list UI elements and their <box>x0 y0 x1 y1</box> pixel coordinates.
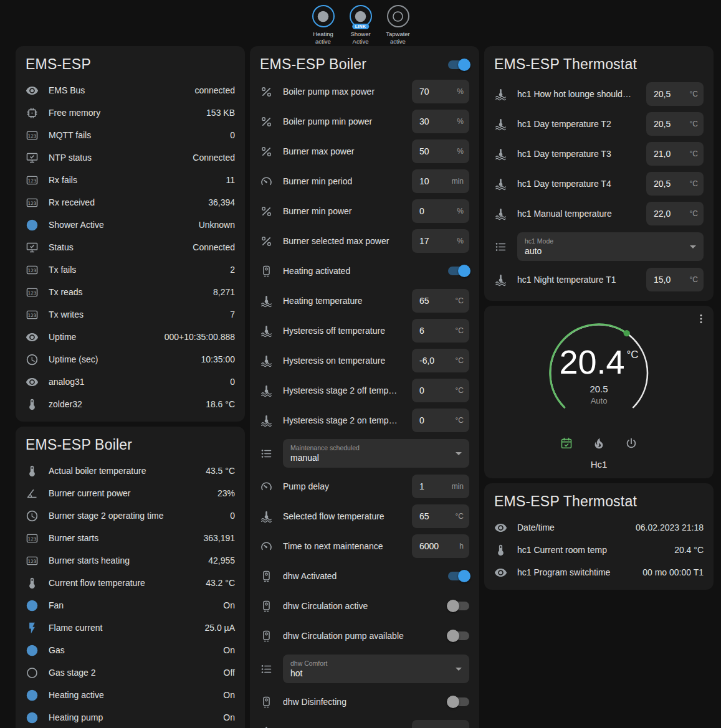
number-input[interactable]: 20,5 °C <box>646 172 704 196</box>
entity-row[interactable]: dhw Circulation active <box>250 591 479 621</box>
entity-row[interactable]: 123 Burner starts 363,191 <box>16 527 245 549</box>
entity-row[interactable]: hc1 Program switchtime 00 mo 00:00 T1 <box>484 561 714 584</box>
dial-button[interactable] <box>623 435 639 453</box>
entity-row[interactable]: Hysteresis stage 2 off temp… 0 °C <box>250 376 479 405</box>
number-input[interactable]: 17 % <box>412 229 469 253</box>
status-badge[interactable]: Tapwater active <box>380 5 416 46</box>
number-input[interactable]: 21,0 °C <box>646 142 704 166</box>
entity-row[interactable]: Heating temperature 65 °C <box>250 286 479 316</box>
toggle-switch[interactable] <box>448 697 469 706</box>
entity-row[interactable]: Selected flow temperature 65 °C <box>250 501 479 531</box>
thermostat-dial[interactable]: 20.4 °C 20.5 Auto <box>542 316 656 430</box>
entity-row[interactable]: NTP status Connected <box>16 146 245 169</box>
number-input[interactable]: 50 % <box>412 139 469 163</box>
number-input[interactable]: 6000 h <box>412 534 469 558</box>
number-input[interactable]: 1 min <box>412 475 469 498</box>
entity-row[interactable]: EMS Bus connected <box>16 79 245 102</box>
entity-row[interactable]: Heating activated <box>250 256 479 286</box>
entity-row[interactable]: 123 Tx fails 2 <box>16 258 245 281</box>
entity-row[interactable]: Burner stage 2 operating time 0 <box>16 504 245 527</box>
entity-row[interactable]: Heating active On <box>16 684 245 706</box>
entity-row[interactable]: Gas On <box>16 639 245 661</box>
eye-icon <box>26 376 39 389</box>
select-input[interactable]: hc1 Mode auto <box>517 232 704 261</box>
boiler-enable-toggle[interactable] <box>448 60 469 69</box>
entity-row[interactable]: Shower Active Unknown <box>16 214 245 236</box>
entity-row[interactable]: dhw Activated <box>250 561 479 591</box>
status-badge[interactable]: LINK Shower Active <box>343 5 379 46</box>
entity-row[interactable]: Status Connected <box>16 236 245 258</box>
entity-row[interactable]: 123 Tx reads 8,271 <box>16 281 245 303</box>
entity-row[interactable]: Boiler pump min power 30 % <box>250 106 479 136</box>
entity-row[interactable]: Date/time 06.02.2023 21:18 <box>484 516 714 539</box>
number-input[interactable]: 70 °C <box>412 720 469 728</box>
toggle-switch[interactable] <box>448 572 469 580</box>
entity-row[interactable]: analog31 0 <box>16 371 245 393</box>
entity-row[interactable]: Hysteresis off temperature 6 °C <box>250 316 479 346</box>
number-input[interactable]: 65 °C <box>412 289 469 313</box>
entity-row[interactable]: zolder32 18.6 °C <box>16 393 245 415</box>
entity-row[interactable]: hc1 Day temperature T3 21,0 °C <box>484 139 714 169</box>
entity-row[interactable]: 123 Burner starts heating 42,955 <box>16 549 245 572</box>
dial-button[interactable] <box>558 435 575 453</box>
entity-row[interactable]: Time to next maintenance 6000 h <box>250 531 479 561</box>
entity-row[interactable]: Current flow temperature 43.2 °C <box>16 572 245 594</box>
number-input[interactable]: 0 °C <box>412 409 469 432</box>
entity-row[interactable]: Burner current power 23% <box>16 482 245 504</box>
entity-row[interactable]: Flame current 25.0 µA <box>16 617 245 639</box>
entity-row[interactable]: dhw Comfort hot <box>250 651 479 687</box>
toggle-switch[interactable] <box>448 631 469 640</box>
toggle-switch[interactable] <box>448 267 469 275</box>
entity-row[interactable]: Free memory 153 KB <box>16 102 245 124</box>
number-input[interactable]: -6,0 °C <box>412 349 469 372</box>
entity-row[interactable]: 123 Rx fails 11 <box>16 169 245 191</box>
number-input[interactable]: 0 °C <box>412 379 469 402</box>
entity-row[interactable]: dhw Circulation pump available <box>250 621 479 651</box>
dial-button[interactable] <box>591 435 607 453</box>
number-input[interactable]: 10 min <box>412 169 469 193</box>
more-options-button[interactable] <box>694 312 709 327</box>
entity-row[interactable]: Uptime 000+10:35:00.888 <box>16 326 245 348</box>
entity-row[interactable]: 123 Tx writes 7 <box>16 303 245 326</box>
entity-row[interactable]: hc1 Mode auto <box>484 229 714 265</box>
entity-row[interactable]: Burner max power 50 % <box>250 136 479 166</box>
entity-row[interactable]: hc1 How hot lounge should… 20,5 °C <box>484 79 714 109</box>
entity-row[interactable]: Hysteresis on temperature -6,0 °C <box>250 346 479 376</box>
entity-row[interactable]: 123 Rx received 36,394 <box>16 191 245 214</box>
select-input[interactable]: dhw Comfort hot <box>283 655 469 683</box>
number-input[interactable]: 0 % <box>412 199 469 223</box>
number-input[interactable]: 20,5 °C <box>646 82 704 106</box>
entity-row[interactable]: hc1 Current room temp 20.4 °C <box>484 539 714 561</box>
number-input[interactable]: 70 % <box>412 80 469 103</box>
status-badge[interactable]: Heating active <box>305 5 341 46</box>
select-input[interactable]: Maintenance scheduled manual <box>283 439 469 468</box>
number-input[interactable]: 15,0 °C <box>646 268 704 291</box>
toggle-thumb <box>447 696 459 708</box>
entity-row[interactable]: Burner min power 0 % <box>250 196 479 226</box>
number-input[interactable]: 20,5 °C <box>646 112 704 136</box>
entity-row[interactable]: Fan On <box>16 594 245 617</box>
entity-row[interactable]: hc1 Manual temperature 22,0 °C <box>484 199 714 229</box>
number-input[interactable]: 6 °C <box>412 319 469 343</box>
entity-row[interactable]: Burner selected max power 17 % <box>250 226 479 256</box>
entity-row[interactable]: Hysteresis stage 2 on temp… 0 °C <box>250 405 479 435</box>
toggle-switch[interactable] <box>448 602 469 610</box>
entity-row[interactable]: Actual boiler temperature 43.5 °C <box>16 460 245 482</box>
entity-row[interactable]: Uptime (sec) 10:35:00 <box>16 348 245 371</box>
entity-row[interactable]: Pump delay 1 min <box>250 471 479 501</box>
entity-row[interactable]: hc1 Day temperature T4 20,5 °C <box>484 169 714 199</box>
entity-row[interactable]: Heating pump On <box>16 706 245 728</box>
number-input[interactable]: 30 % <box>412 110 469 133</box>
entity-row[interactable]: Boiler pump max power 70 % <box>250 77 479 106</box>
calendar-sync-icon <box>560 437 573 450</box>
entity-row[interactable]: dhw Disinfecting <box>250 687 479 717</box>
entity-row[interactable]: Burner min period 10 min <box>250 166 479 196</box>
entity-row[interactable]: Gas stage 2 Off <box>16 661 245 684</box>
number-input[interactable]: 65 °C <box>412 504 469 528</box>
entity-row[interactable]: Maintenance scheduled manual <box>250 435 479 471</box>
entity-row[interactable]: 123 MQTT fails 0 <box>16 124 245 146</box>
entity-row[interactable]: dhw Disinfection temperature 70 °C <box>250 717 479 728</box>
entity-row[interactable]: hc1 Day temperature T2 20,5 °C <box>484 109 714 139</box>
number-input[interactable]: 22,0 °C <box>646 202 704 225</box>
entity-row[interactable]: hc1 Night temperature T1 15,0 °C <box>484 265 714 295</box>
